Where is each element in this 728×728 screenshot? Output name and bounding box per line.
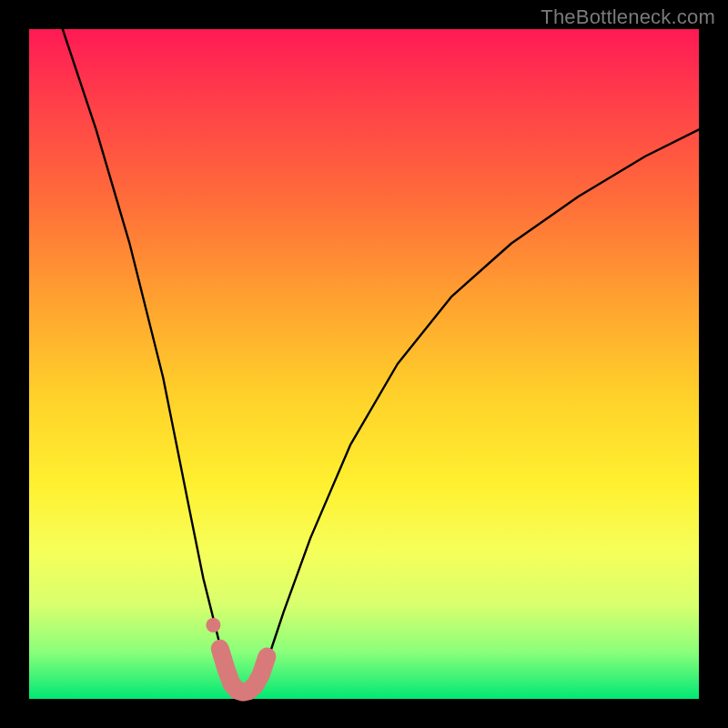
plot-area	[29, 29, 699, 699]
bottleneck-curve	[63, 29, 699, 693]
chart-overlay	[29, 29, 699, 699]
chart-frame: TheBottleneck.com	[0, 0, 728, 728]
highlight-start-dot	[206, 618, 220, 632]
watermark-text: TheBottleneck.com	[541, 5, 715, 29]
highlight-band	[220, 649, 267, 693]
